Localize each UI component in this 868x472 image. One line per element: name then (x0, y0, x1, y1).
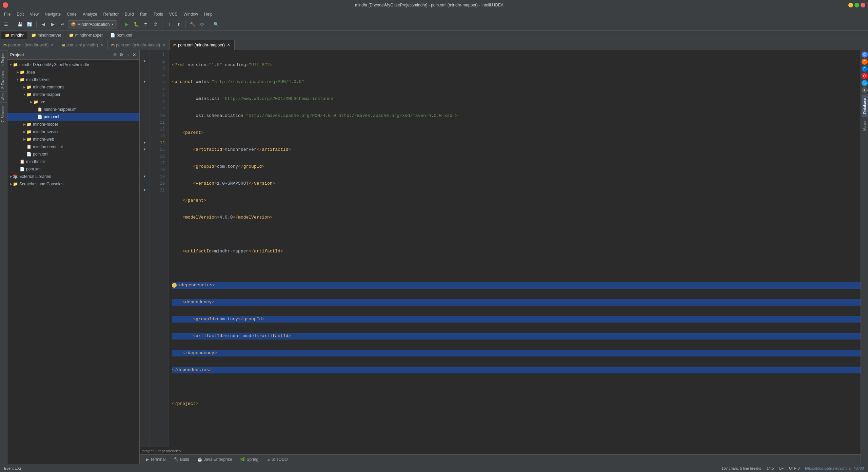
project-locate-button[interactable]: ⊕ (113, 52, 117, 58)
menu-item-view[interactable]: View (27, 11, 41, 17)
sidebar-label-project[interactable]: 1: Project (0, 50, 7, 69)
fold-19[interactable]: ▼ (143, 173, 145, 180)
toolbar-save-button[interactable]: 💾 (16, 20, 24, 28)
fold-15[interactable]: ▼ (143, 146, 145, 153)
tree-item-pom-main[interactable]: ▶ 📄 pom.xml (7, 165, 139, 173)
todo-tab[interactable]: ☑ 6: TODO (263, 456, 291, 463)
editor-tab-mindhr-mapper[interactable]: m pom.xml (mindhr-mapper) ✕ (170, 40, 235, 50)
build-tab[interactable]: 🔨 Build (170, 456, 193, 463)
cursor-position[interactable]: 14:5 (765, 466, 775, 471)
java-enterprise-tab[interactable]: ☕ Java Enterprise (194, 456, 235, 463)
url-status[interactable]: https://blog.csdn.net/adm_zl_40700 (804, 466, 865, 471)
profile-button[interactable]: ⏱ (151, 20, 159, 28)
run-button[interactable]: ▶ (123, 20, 131, 28)
tree-item-mindhr-commons[interactable]: ▶ 📁 mindhr-commons (7, 83, 139, 91)
sidebar-label-structure[interactable]: 7: Structure (0, 102, 7, 124)
code-editor[interactable]: ▼ ▼ ▼ ▼ (140, 50, 861, 447)
fold-14[interactable]: ▼ (143, 140, 145, 146)
maximize-button[interactable] (854, 3, 859, 7)
event-log-status[interactable]: Event Log (3, 466, 22, 471)
tree-item-mindhrserver[interactable]: ▼ 📁 mindhrserver (7, 76, 139, 83)
project-expand-button[interactable]: ↔ (125, 52, 131, 58)
project-tab-mindhr-mapper[interactable]: 📁 mindhr-mapper (65, 32, 106, 39)
chars-info[interactable]: 167 chars, 5 line breaks (720, 466, 763, 471)
tab-close-mapper[interactable]: ✕ (226, 43, 231, 47)
tree-item-scratches[interactable]: ▶ 📁 Scratches and Consoles (7, 180, 139, 188)
tree-item-external-libraries[interactable]: ▶ 📚 External Libraries (7, 173, 139, 180)
project-tab-mindhrserver[interactable]: 📁 mindhrserver (28, 32, 65, 39)
tree-item-src[interactable]: ▶ 📁 src (7, 98, 139, 106)
tree-item-pom-root[interactable]: ▶ 📄 pom.xml (7, 150, 139, 158)
tree-item-mapper-iml[interactable]: ▶ 📋 mindhr-mapper.iml (7, 106, 139, 113)
tree-item-idea[interactable]: ▶ 📁 .idea (7, 68, 139, 76)
menu-item-refactor[interactable]: Refactor (101, 11, 121, 17)
menu-item-tools[interactable]: Tools (151, 11, 166, 17)
search-everywhere-button[interactable]: 🔍 (212, 20, 220, 28)
tree-item-mindhr-service[interactable]: ▶ 📁 mindhr-service (7, 128, 139, 136)
menu-item-code[interactable]: Code (64, 11, 79, 17)
settings-button[interactable]: ⚙ (198, 20, 206, 28)
run-config-selector[interactable]: 📦 MindhrApplication ▼ (68, 20, 117, 28)
chrome-icon[interactable]: C (862, 52, 868, 58)
line-separator[interactable]: LF (778, 466, 785, 471)
toolbar-sync-button[interactable]: 🔄 (25, 20, 34, 28)
code-content[interactable]: <?xml version="1.0" encoding="UTF-8"?> <… (169, 50, 861, 447)
project-tab-pomxml[interactable]: 📄 pom.xml (107, 32, 135, 39)
back-button[interactable]: ◀ (39, 20, 47, 28)
sidebar-label-web[interactable]: Web (0, 91, 7, 102)
bc-item-dependencies[interactable]: dependencies (158, 449, 181, 453)
forward-button[interactable]: ▶ (49, 20, 57, 28)
menu-item-run[interactable]: Run (137, 11, 150, 17)
toolbar-menu-button[interactable]: ☰ (2, 20, 10, 28)
close-button[interactable] (861, 3, 865, 7)
debug-button[interactable]: 🐛 (132, 20, 140, 28)
project-gear-button[interactable]: ⚙ (119, 52, 124, 58)
edge-icon[interactable]: E (862, 66, 868, 72)
tree-item-mindhr-mapper[interactable]: ▼ 📁 mindhr-mapper (7, 91, 139, 98)
database-panel-label[interactable]: Database (862, 95, 868, 117)
bc-item-project[interactable]: project (142, 449, 154, 453)
menu-item-analyze[interactable]: Analyze (80, 11, 100, 17)
safari-icon[interactable]: S (862, 80, 868, 86)
tree-item-mindhr-root[interactable]: ▼ 📁 mindhr D:\code\MyGiteeProject\mindhr (7, 61, 139, 68)
tree-item-pom-mapper[interactable]: ▶ 📄 pom.xml (7, 113, 139, 121)
menu-item-edit[interactable]: Edit (14, 11, 26, 17)
menu-item-file[interactable]: File (1, 11, 13, 17)
sidebar-label-favorites[interactable]: 2: Favorites (0, 69, 7, 91)
tab-close-model[interactable]: ✕ (161, 43, 166, 47)
hint-bulb-14[interactable] (172, 283, 177, 288)
tab-close-mindhr[interactable]: ✕ (99, 43, 104, 47)
build-button[interactable]: 🔨 (189, 20, 197, 28)
tree-item-mindhr-iml[interactable]: ▶ 📋 mindhr.iml (7, 158, 139, 165)
tree-item-mindhr-web[interactable]: ▶ 📁 mindhr-web (7, 136, 139, 143)
recent-files-button[interactable]: ↩ (58, 20, 66, 28)
fold-5[interactable]: ▼ (143, 79, 145, 85)
editor-tab-mindhr-web[interactable]: m pom.xml (mindhr-web) ✕ (0, 40, 58, 50)
fold-2[interactable]: ▼ (143, 58, 145, 65)
project-close-button[interactable]: ✕ (132, 52, 137, 58)
other-browser-icon[interactable]: + (862, 87, 868, 93)
tab-close-web[interactable]: ✕ (50, 43, 55, 47)
menu-item-navigate[interactable]: Navigate (42, 11, 63, 17)
tree-item-mindhr-model[interactable]: ▶ 📁 mindhr-model (7, 121, 139, 128)
fold-21[interactable]: ▼ (143, 187, 145, 194)
menu-item-help[interactable]: Help (201, 11, 215, 17)
menu-item-build[interactable]: Build (122, 11, 137, 17)
vcs-update-button[interactable]: ↑ (165, 20, 173, 28)
line-num-11: 11 (150, 119, 168, 126)
menu-item-window[interactable]: Window (181, 11, 201, 17)
maven-panel-label[interactable]: Maven (862, 117, 868, 134)
spring-tab[interactable]: 🌿 Spring (237, 456, 262, 463)
coverage-button[interactable]: ☂ (142, 20, 150, 28)
encoding-status[interactable]: UTF-8 (788, 466, 801, 471)
tree-item-mindhrserver-iml[interactable]: ▶ 📋 mindhrserver.iml (7, 143, 139, 150)
minimize-button[interactable] (848, 3, 853, 7)
project-tab-mindhr[interactable]: 📁 mindhr (1, 32, 27, 39)
editor-tab-mindhr-model[interactable]: m pom.xml (mindhr-model) ✕ (108, 40, 170, 50)
firefox-icon[interactable]: F (862, 59, 868, 65)
vcs-push-button[interactable]: ⬆ (175, 20, 183, 28)
menu-item-vcs[interactable]: VCS (166, 11, 180, 17)
editor-tab-mindhr[interactable]: m pom.xml (mindhr) ✕ (58, 40, 108, 50)
opera-icon[interactable]: O (862, 73, 868, 79)
terminal-tab[interactable]: ▶ Terminal (142, 456, 169, 463)
